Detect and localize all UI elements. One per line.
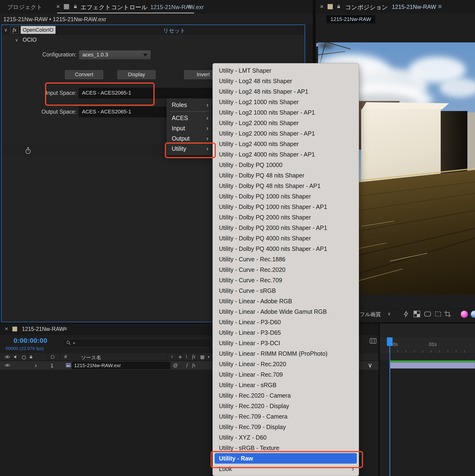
chevron-down-icon[interactable]: ∨	[388, 311, 391, 316]
submenu-item[interactable]: Utility - Curve - Rec.1886	[213, 254, 359, 264]
submenu-item[interactable]: Utility - Linear - P3-DCI	[213, 338, 359, 348]
submenu-item[interactable]: Utility - Log2 4000 nits Shaper	[213, 139, 359, 149]
layer-name[interactable]: 1215-21Nw-RAW.exr	[72, 362, 170, 369]
submenu-item[interactable]: Utility - Rec.709 - Camera	[213, 411, 359, 422]
comp-tab[interactable]: 1215-21Nw-RAW	[326, 15, 375, 23]
submenu-item[interactable]: Utility - Log2 4000 nits Shaper - AP1	[213, 149, 359, 160]
menu-item-roles[interactable]: Roles›	[167, 100, 212, 110]
submenu-item[interactable]: Utility - Linear - Adobe RGB	[213, 296, 359, 306]
submenu-item[interactable]: Utility - Dolby PQ 1000 nits Shaper - AP…	[213, 202, 359, 212]
submenu-item[interactable]: Utility - LMT Shaper	[213, 65, 359, 76]
eye-icon[interactable]	[5, 355, 10, 359]
submenu-item[interactable]: Utility - Curve - sRGB	[213, 285, 359, 296]
expand-chevron-icon[interactable]: ∨	[368, 362, 372, 369]
tab-project[interactable]: プロジェクト	[7, 3, 42, 11]
current-time-indicator-handle[interactable]	[387, 337, 392, 346]
motion-blur-icon[interactable]: ∗	[178, 354, 182, 360]
panel-menu-icon[interactable]: ≡	[64, 325, 67, 332]
stopwatch-icon[interactable]	[25, 147, 31, 155]
submenu-item[interactable]: Utility - Log2 1000 nits Shaper - AP1	[213, 107, 359, 118]
layer-duration-bar[interactable]	[390, 362, 475, 369]
quality-switch-icon[interactable]: ▦	[200, 354, 205, 360]
submenu-item[interactable]: Utility - Dolby PQ 1000 nits Shaper	[213, 191, 359, 202]
transparency-grid-icon[interactable]	[413, 310, 421, 319]
submenu-item[interactable]: Utility - Dolby PQ 4000 nits Shaper	[213, 233, 359, 243]
submenu-item[interactable]: Utility - Log2 1000 nits Shaper	[213, 97, 359, 107]
solo-icon[interactable]	[22, 356, 26, 359]
mask-visibility-icon[interactable]	[424, 310, 431, 319]
audio-icon[interactable]	[14, 355, 18, 360]
comp-mini-flowchart-icon[interactable]	[370, 338, 376, 344]
submenu-item[interactable]: Utility - Rec.2020 - Display	[213, 401, 359, 411]
eye-icon[interactable]	[5, 364, 10, 368]
column-number[interactable]: #	[64, 354, 67, 359]
submenu-item[interactable]: Utility - Curve - Rec.709	[213, 275, 359, 285]
frame-blend-icon[interactable]: ♀	[170, 354, 174, 359]
chevron-down-icon[interactable]: ∨	[4, 27, 8, 33]
effects-switch-icon[interactable]: fx	[192, 354, 195, 359]
footage-icon	[66, 363, 71, 368]
search-input[interactable]	[63, 339, 212, 347]
effect-name-chip[interactable]: OpenColorIO	[21, 26, 55, 34]
submenu-item[interactable]: Utility - Dolby PQ 2000 nits Shaper - AP…	[213, 222, 359, 233]
convert-button[interactable]: Convert	[65, 70, 103, 79]
panel-menu-icon[interactable]: ≡	[438, 3, 442, 10]
timeline-tab[interactable]: 1215-21Nw-RAW	[22, 326, 64, 332]
menu-item-output[interactable]: Output›	[167, 134, 212, 144]
submenu-item[interactable]: Utility - Dolby PQ 10000	[213, 160, 359, 170]
channel-sphere-icon[interactable]	[471, 311, 475, 318]
submenu-item[interactable]: Utility - Dolby PQ 4000 nits Shaper - AP…	[213, 243, 359, 254]
column-source-name[interactable]: ソース名	[81, 354, 101, 361]
label-tag-icon[interactable]	[51, 355, 55, 359]
configuration-dropdown[interactable]: aces_1.0.3	[79, 50, 151, 60]
submenu-item[interactable]: Utility - Rec.2020 - Camera	[213, 390, 359, 401]
submenu-item[interactable]: Utility - Linear - Rec.709	[213, 369, 359, 380]
submenu-item[interactable]: Utility - Linear - P3-D60	[213, 317, 359, 327]
region-of-interest-icon[interactable]	[435, 310, 442, 319]
submenu-item[interactable]: Utility - Dolby PQ 48 nits Shaper - AP1	[213, 181, 359, 191]
submenu-item[interactable]: Utility - Linear - Rec.2020	[213, 359, 359, 369]
tab-effect-controls[interactable]: エフェクトコントロール 1215-21Nw-RAW.exr ≡	[62, 0, 196, 14]
submenu-item[interactable]: Utility - Linear - sRGB	[213, 380, 359, 390]
ruler-label: 01s	[429, 342, 437, 347]
submenu-item[interactable]: Utility - Log2 2000 nits Shaper - AP1	[213, 128, 359, 139]
submenu-item[interactable]: Utility - Linear - Adobe Wide Gamut RGB	[213, 306, 359, 317]
submenu-item[interactable]: Utility - Log2 48 nits Shaper	[213, 76, 359, 86]
submenu-item[interactable]: Utility - Curve - Rec.2020	[213, 264, 359, 275]
timecode[interactable]: 0:00:00:00	[14, 337, 47, 344]
blend-mode-icon[interactable]: ◐	[208, 354, 211, 359]
submenu-item[interactable]: Utility - Dolby PQ 2000 nits Shaper	[213, 212, 359, 222]
time-ruler[interactable]: 00s 01s	[380, 337, 475, 353]
submenu-item[interactable]: Utility - Rec.709 - Display	[213, 422, 359, 432]
slash-icon[interactable]: /	[186, 362, 188, 369]
chevron-down-icon[interactable]: ∨	[15, 37, 18, 43]
channel-sphere-icon[interactable]	[461, 311, 468, 318]
menu-item-aces[interactable]: ACES›	[167, 113, 212, 123]
display-button[interactable]: Display	[118, 70, 155, 79]
parent-pickwhip-icon[interactable]: @	[173, 363, 178, 368]
submenu-item[interactable]: Utility - Log2 2000 nits Shaper	[213, 118, 359, 128]
submenu-item[interactable]: Utility - XYZ - D60	[213, 432, 359, 443]
lock-icon[interactable]	[73, 4, 77, 10]
active-tab-underline	[57, 13, 194, 13]
close-icon[interactable]: ×	[320, 3, 323, 10]
lock-icon[interactable]	[337, 4, 341, 10]
submenu-item[interactable]: Utility - Linear - RIMM ROMM (ProPhoto)	[213, 348, 359, 359]
lock-icon[interactable]	[29, 355, 33, 360]
menu-item-label: Output	[172, 135, 190, 142]
layer-expander-icon[interactable]: ›	[35, 362, 37, 369]
reset-link[interactable]: リセット	[163, 27, 186, 34]
ocio-group-label[interactable]: OCIO	[23, 37, 37, 43]
fast-preview-icon[interactable]	[403, 310, 410, 319]
quality-dropdown[interactable]: フル画質	[360, 311, 381, 318]
submenu-item[interactable]: Utility - Linear - P3-D65	[213, 327, 359, 338]
close-icon[interactable]: ×	[56, 3, 60, 10]
menu-item-input[interactable]: Input›	[167, 123, 212, 134]
close-icon[interactable]: ×	[5, 325, 8, 332]
fx-switch-icon[interactable]: fx	[192, 363, 195, 368]
crop-icon[interactable]	[444, 310, 451, 319]
panel-menu-icon[interactable]: ≡	[188, 3, 191, 10]
submenu-item[interactable]: Utility - Log2 48 nits Shaper - AP1	[213, 86, 359, 97]
submenu-item[interactable]: Utility - Dolby PQ 48 nits Shaper	[213, 170, 359, 181]
draft-icon[interactable]: \	[186, 354, 187, 359]
